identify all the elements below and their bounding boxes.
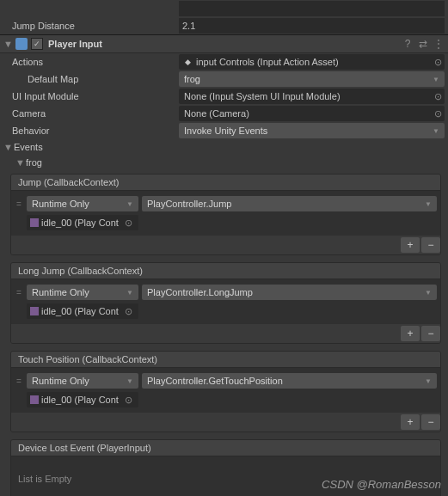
asset-icon: ◆ [181, 56, 193, 68]
behavior-dropdown[interactable]: Invoke Unity Events ▼ [179, 123, 445, 138]
events-header[interactable]: ▼ Events [3, 139, 448, 155]
default-map-dropdown[interactable]: frog ▼ [179, 71, 445, 87]
component-icon [15, 38, 28, 50]
target-value: idle_00 (Play Cont [41, 217, 121, 228]
foldout-icon[interactable]: ▼ [15, 157, 24, 168]
method-value: PlayController.LongJump [147, 287, 425, 297]
remove-listener-button[interactable]: − [421, 326, 440, 341]
chevron-down-icon: ▼ [433, 127, 439, 135]
drag-handle-icon[interactable]: = [15, 199, 23, 209]
events-sub-header[interactable]: ▼ frog [15, 155, 448, 170]
jump-distance-label: Jump Distance [3, 21, 179, 31]
empty-list-label: List is Empty [11, 456, 440, 496]
device-lost-title: Device Lost Event (PlayerInput) [11, 440, 440, 456]
help-icon[interactable]: ? [402, 38, 414, 50]
actions-label: Actions [3, 57, 179, 67]
drag-handle-icon[interactable]: = [15, 288, 23, 297]
jump-distance-input[interactable] [179, 18, 445, 34]
default-map-label: Default Map [3, 74, 179, 84]
object-picker-icon[interactable]: ⊙ [431, 57, 445, 68]
ui-input-module-row: UI Input Module None (Input System UI In… [0, 88, 448, 105]
chevron-down-icon: ▼ [425, 289, 432, 297]
ui-input-module-value: None (Input System UI Input Module) [179, 91, 431, 101]
call-state-dropdown[interactable]: Runtime Only▼ [27, 373, 138, 389]
call-state-dropdown[interactable]: Runtime Only▼ [27, 196, 138, 211]
device-lost-event-box: Device Lost Event (PlayerInput) List is … [10, 439, 441, 496]
enable-checkbox[interactable]: ✓ [31, 38, 43, 50]
method-dropdown[interactable]: PlayController.GetTouchPosition▼ [142, 373, 437, 389]
object-picker-icon[interactable]: ⊙ [431, 91, 445, 102]
event-title: Touch Position (CallbackContext) [11, 352, 440, 368]
object-picker-icon[interactable]: ⊙ [121, 306, 135, 317]
presets-icon[interactable]: ⇄ [417, 38, 429, 50]
method-value: PlayController.Jump [147, 199, 425, 209]
chevron-down-icon: ▼ [126, 377, 133, 385]
event-box: Long Jump (CallbackContext)=Runtime Only… [10, 262, 441, 344]
chevron-down-icon: ▼ [425, 200, 432, 208]
property-row: Jump Distance [0, 17, 448, 34]
ui-input-module-field[interactable]: None (Input System UI Input Module) ⊙ [179, 89, 445, 104]
call-state-value: Runtime Only [32, 199, 126, 209]
target-object-field[interactable]: idle_00 (Play Cont⊙ [27, 303, 138, 319]
target-value: idle_00 (Play Cont [41, 395, 121, 405]
drag-handle-icon[interactable]: = [15, 377, 23, 386]
target-value: idle_00 (Play Cont [41, 306, 121, 316]
default-map-row: Default Map frog ▼ [0, 70, 448, 88]
chevron-down-icon: ▼ [425, 377, 432, 385]
behavior-row: Behavior Invoke Unity Events ▼ [0, 122, 448, 139]
camera-field[interactable]: None (Camera) ⊙ [179, 106, 445, 121]
chevron-down-icon: ▼ [433, 76, 439, 83]
foldout-icon[interactable]: ▼ [3, 142, 12, 152]
call-state-value: Runtime Only [32, 287, 126, 297]
foldout-icon[interactable]: ▼ [3, 39, 12, 49]
remove-listener-button[interactable]: − [421, 414, 440, 430]
object-picker-icon[interactable]: ⊙ [121, 217, 135, 229]
target-object-field[interactable]: idle_00 (Play Cont⊙ [27, 392, 138, 407]
object-picker-icon[interactable]: ⊙ [121, 395, 135, 406]
remove-listener-button[interactable]: − [421, 237, 440, 253]
method-dropdown[interactable]: PlayController.Jump▼ [142, 196, 437, 211]
context-menu-icon[interactable]: ⋮ [433, 38, 445, 50]
event-title: Jump (CallbackContext) [11, 175, 440, 191]
actions-object-field[interactable]: ◆ input Controls (Input Action Asset) ⊙ [179, 54, 445, 70]
gameobject-icon [30, 307, 39, 315]
add-listener-button[interactable]: + [401, 237, 420, 253]
method-dropdown[interactable]: PlayController.LongJump▼ [142, 285, 437, 300]
object-picker-icon[interactable]: ⊙ [431, 108, 445, 119]
chevron-down-icon: ▼ [126, 200, 133, 208]
call-state-dropdown[interactable]: Runtime Only▼ [27, 285, 138, 300]
ui-input-module-label: UI Input Module [3, 91, 179, 101]
camera-row: Camera None (Camera) ⊙ [0, 105, 448, 122]
add-listener-button[interactable]: + [401, 326, 420, 341]
method-value: PlayController.GetTouchPosition [147, 376, 425, 386]
events-sub-label: frog [26, 157, 42, 168]
actions-row: Actions ◆ input Controls (Input Action A… [0, 53, 448, 70]
component-title: Player Input [46, 39, 398, 49]
event-box: Touch Position (CallbackContext)=Runtime… [10, 351, 441, 432]
chevron-down-icon: ▼ [126, 289, 133, 297]
gameobject-icon [30, 218, 39, 227]
component-header: ▼ ✓ Player Input ? ⇄ ⋮ [0, 34, 448, 53]
event-box: Jump (CallbackContext)=Runtime Only▼Play… [10, 174, 441, 255]
property-value-input[interactable] [179, 1, 445, 16]
camera-value: None (Camera) [179, 108, 431, 119]
add-listener-button[interactable]: + [401, 414, 420, 430]
call-state-value: Runtime Only [32, 376, 126, 386]
camera-label: Camera [3, 108, 179, 119]
behavior-label: Behavior [3, 126, 179, 136]
property-row [0, 0, 448, 17]
event-title: Long Jump (CallbackContext) [11, 263, 440, 279]
behavior-value: Invoke Unity Events [184, 126, 433, 136]
events-label: Events [14, 142, 43, 152]
actions-value: input Controls (Input Action Asset) [196, 57, 431, 67]
target-object-field[interactable]: idle_00 (Play Cont⊙ [27, 215, 138, 230]
gameobject-icon [30, 395, 39, 404]
default-map-value: frog [184, 74, 433, 84]
